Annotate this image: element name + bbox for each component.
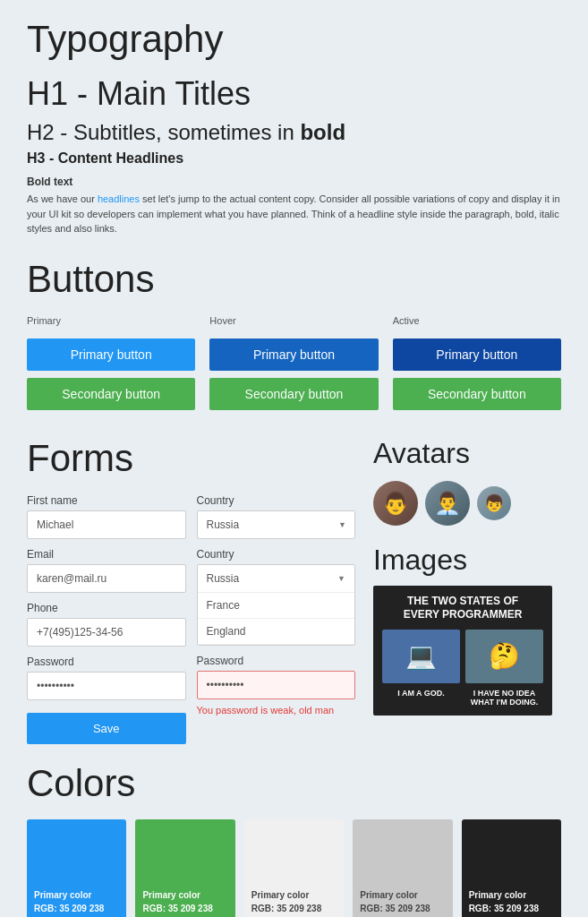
dropdown-item-england[interactable]: England bbox=[198, 619, 355, 645]
btn-primary-label: Primary bbox=[27, 315, 195, 326]
form-col-left: First name Email Phone Password Save bbox=[27, 494, 186, 744]
country1-select[interactable]: Russia France England bbox=[197, 510, 356, 539]
btn-col-primary: Primary Primary button Secondary button bbox=[27, 315, 195, 410]
color-label-blue: Primary colorRGB: 35 209 238HEX: #23D1EE bbox=[34, 888, 119, 918]
form-col-right: Country Russia France England Country Ru… bbox=[197, 494, 356, 744]
secondary-button-normal[interactable]: Secondary button bbox=[27, 378, 195, 410]
country1-select-wrapper[interactable]: Russia France England bbox=[197, 510, 356, 539]
btn-col-active: Active Primary button Secondary button bbox=[393, 315, 561, 410]
color-swatch-black: Primary colorRGB: 35 209 238HEX: #23D1EE bbox=[462, 819, 561, 918]
meme-panels: 💻 🤔 bbox=[382, 630, 543, 683]
typography-section: Typography H1 - Main Titles H2 - Subtitl… bbox=[27, 18, 561, 236]
h1-demo: H1 - Main Titles bbox=[27, 75, 561, 113]
primary-button-hover[interactable]: Primary button bbox=[209, 339, 378, 371]
avatars-row: 👨 👨‍💼 👦 bbox=[373, 481, 561, 526]
avatar-2: 👨‍💼 bbox=[425, 481, 470, 526]
buttons-grid: Primary Primary button Secondary button … bbox=[27, 315, 561, 410]
colors-title: Colors bbox=[27, 762, 561, 805]
meme-caption-2: I have no idea what I'm doing. bbox=[465, 689, 543, 707]
meme-panel-1: 💻 bbox=[382, 630, 460, 683]
meme-headline: The two states ofevery programmer bbox=[382, 595, 543, 622]
color-label-black: Primary colorRGB: 35 209 238HEX: #23D1EE bbox=[469, 888, 554, 918]
avatar-2-face: 👨‍💼 bbox=[425, 481, 470, 526]
meme-panel-2-icon: 🤔 bbox=[489, 641, 520, 671]
color-label-midgray: Primary colorRGB: 35 209 238HEX: #23D1EE bbox=[360, 888, 445, 918]
avatars-images-section: Avatars 👨 👨‍💼 👦 Images The two states of… bbox=[373, 437, 561, 744]
color-swatch-green: Primary colorRGB: 35 209 238HEX: #23D1EE bbox=[135, 819, 234, 918]
body-link[interactable]: headlines bbox=[98, 193, 140, 204]
save-button[interactable]: Save bbox=[27, 713, 186, 744]
form-group-email: Email bbox=[27, 548, 186, 593]
form-group-country2: Country Russia France England bbox=[197, 548, 356, 646]
buttons-title: Buttons bbox=[27, 258, 561, 301]
form-group-password-right: Password You password is weak, old man bbox=[197, 655, 356, 716]
phone-input[interactable] bbox=[27, 618, 186, 647]
color-swatch-lightgray: Primary colorRGB: 35 209 238HEX: #23D1EE bbox=[244, 819, 344, 918]
secondary-button-active[interactable]: Secondary button bbox=[393, 378, 561, 410]
color-label-green: Primary colorRGB: 35 209 238HEX: #23D1EE bbox=[142, 888, 227, 918]
firstname-input[interactable] bbox=[27, 510, 186, 539]
color-label-lightgray: Primary colorRGB: 35 209 238HEX: #23D1EE bbox=[251, 888, 337, 918]
forms-grid: First name Email Phone Password Save bbox=[27, 494, 355, 744]
meme-panel-2: 🤔 bbox=[465, 630, 543, 683]
meme-image: The two states ofevery programmer 💻 🤔 I … bbox=[373, 586, 552, 716]
avatar-3-face: 👦 bbox=[477, 486, 511, 520]
email-input[interactable] bbox=[27, 564, 186, 593]
dropdown-selected[interactable]: Russia bbox=[198, 565, 355, 593]
body-text: As we have our headlines set let's jump … bbox=[27, 192, 561, 236]
forms-avatars-row: Forms First name Email Phone Password bbox=[27, 437, 561, 744]
primary-button-active[interactable]: Primary button bbox=[393, 339, 561, 371]
form-group-country1: Country Russia France England bbox=[197, 494, 356, 539]
images-section: Images The two states ofevery programmer… bbox=[373, 544, 561, 716]
btn-col-hover: Hover Primary button Secondary button bbox=[209, 315, 378, 410]
bold-label: Bold text bbox=[27, 176, 561, 188]
color-swatch-blue: Primary colorRGB: 35 209 238HEX: #23D1EE bbox=[27, 819, 126, 918]
btn-hover-label: Hover bbox=[209, 315, 378, 326]
typography-title: Typography bbox=[27, 18, 561, 61]
forms-section: Forms First name Email Phone Password bbox=[27, 437, 355, 744]
country2-dropdown[interactable]: Russia France England bbox=[197, 564, 356, 646]
h3-demo: H3 - Content Headlines bbox=[27, 150, 561, 167]
firstname-label: First name bbox=[27, 494, 186, 507]
buttons-section: Buttons Primary Primary button Secondary… bbox=[27, 258, 561, 410]
forms-title: Forms bbox=[27, 437, 355, 480]
form-group-firstname: First name bbox=[27, 494, 186, 539]
country2-label: Country bbox=[197, 548, 356, 561]
colors-section: Colors Primary colorRGB: 35 209 238HEX: … bbox=[27, 762, 561, 918]
h2-prefix-text: H2 - Subtitles, sometimes in bbox=[27, 120, 300, 144]
avatars-title: Avatars bbox=[373, 437, 561, 470]
meme-captions: I am a god. I have no idea what I'm doin… bbox=[382, 689, 543, 707]
meme-panel-1-icon: 💻 bbox=[405, 641, 437, 671]
password-input-left[interactable] bbox=[27, 672, 186, 700]
phone-label: Phone bbox=[27, 602, 186, 614]
form-group-password-left: Password bbox=[27, 656, 186, 700]
primary-button-normal[interactable]: Primary button bbox=[27, 339, 195, 371]
body-before-link: As we have our bbox=[27, 193, 98, 204]
avatar-1-face: 👨 bbox=[373, 481, 418, 526]
email-label: Email bbox=[27, 548, 186, 561]
meme-caption-1: I am a god. bbox=[382, 689, 460, 707]
form-group-phone: Phone bbox=[27, 602, 186, 647]
secondary-button-hover[interactable]: Secondary button bbox=[209, 378, 378, 410]
avatar-3: 👦 bbox=[477, 486, 511, 520]
password-input-right[interactable] bbox=[197, 671, 356, 699]
colors-grid: Primary colorRGB: 35 209 238HEX: #23D1EE… bbox=[27, 819, 561, 918]
btn-active-label: Active bbox=[393, 315, 561, 326]
password-error-msg: You password is weak, old man bbox=[197, 705, 356, 716]
dropdown-item-france[interactable]: France bbox=[198, 593, 355, 619]
country1-label: Country bbox=[197, 494, 356, 507]
password-label-right: Password bbox=[197, 655, 356, 667]
images-title: Images bbox=[373, 544, 561, 577]
color-swatch-midgray: Primary colorRGB: 35 209 238HEX: #23D1EE bbox=[353, 819, 452, 918]
avatar-1: 👨 bbox=[373, 481, 418, 526]
avatars-section: Avatars 👨 👨‍💼 👦 bbox=[373, 437, 561, 526]
password-label-left: Password bbox=[27, 656, 186, 668]
h2-bold-text: bold bbox=[300, 120, 345, 144]
h2-demo: H2 - Subtitles, sometimes in bold bbox=[27, 120, 561, 145]
